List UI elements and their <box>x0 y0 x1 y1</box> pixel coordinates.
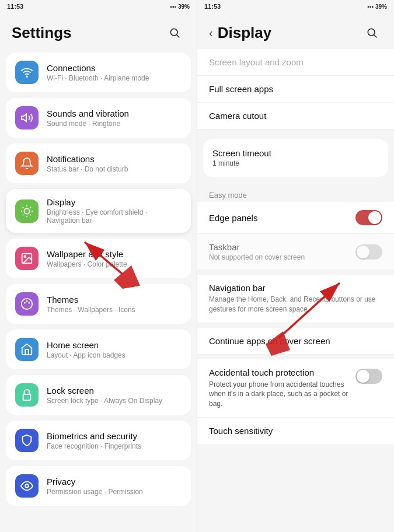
settings-title: Settings <box>12 24 72 42</box>
shield-icon <box>20 434 33 447</box>
svg-point-17 <box>26 300 28 302</box>
homescreen-card: Home screen Layout · App icon badges <box>6 330 191 369</box>
svg-line-12 <box>30 206 31 207</box>
notifications-text: Notifications Status bar · Do not distur… <box>47 154 182 173</box>
biometrics-text: Biometrics and security Face recognition… <box>47 431 182 450</box>
search-button[interactable] <box>164 22 185 43</box>
taskbar-subtitle: Not supported on cover screen <box>209 253 305 261</box>
accidental-touch-item[interactable]: Accidental touch protection Protect your… <box>197 359 394 418</box>
accidental-touch-title: Accidental touch protection <box>209 368 348 377</box>
wallpaper-icon <box>15 247 39 270</box>
connections-card: Connections Wi-Fi · Bluetooth · Airplane… <box>6 52 191 92</box>
svg-point-14 <box>24 256 26 257</box>
battery-right: 39% <box>375 4 387 10</box>
privacy-subtitle: Permission usage · Permission <box>47 488 182 496</box>
display-subtitle: Brightness · Eye comfort shield · Naviga… <box>47 208 182 225</box>
eye-icon <box>20 480 33 492</box>
notifications-subtitle: Status bar · Do not disturb <box>47 165 182 173</box>
touch-sensitivity-item[interactable]: Touch sensitivity <box>197 418 394 444</box>
fullscreen-apps-item[interactable]: Full screen apps <box>197 76 394 103</box>
wallpaper-item[interactable]: Wallpaper and style Wallpapers · Color p… <box>6 239 191 278</box>
homescreen-item[interactable]: Home screen Layout · App icon badges <box>6 330 191 369</box>
themes-text: Themes Themes · Wallpapers · Icons <box>47 295 182 314</box>
display-icon <box>15 200 39 223</box>
edge-panels-title: Edge panels <box>209 213 257 223</box>
sounds-subtitle: Sound mode · Ringtone <box>47 120 182 128</box>
wifi-icon <box>20 66 33 79</box>
accidental-touch-toggle[interactable] <box>355 369 382 384</box>
svg-line-11 <box>23 214 23 215</box>
navigation-bar-item[interactable]: Navigation bar Manage the Home, Back, an… <box>197 275 394 323</box>
svg-point-15 <box>22 299 32 309</box>
privacy-text: Privacy Permission usage · Permission <box>47 477 182 496</box>
sounds-icon <box>15 106 39 130</box>
connections-subtitle: Wi-Fi · Bluetooth · Airplane mode <box>47 74 182 82</box>
notifications-item[interactable]: Notifications Status bar · Do not distur… <box>6 144 191 183</box>
themes-item[interactable]: Themes Themes · Wallpapers · Icons <box>6 284 191 324</box>
svg-point-20 <box>25 484 29 488</box>
connections-item[interactable]: Connections Wi-Fi · Bluetooth · Airplane… <box>6 52 191 92</box>
edge-panels-item[interactable]: Edge panels <box>197 202 394 234</box>
wallpaper-title: Wallpaper and style <box>47 249 182 259</box>
privacy-item[interactable]: Privacy Permission usage · Permission <box>6 466 191 506</box>
status-bar-left: 11:53 ▪▪▪ 39% <box>0 0 197 13</box>
sounds-card: Sounds and vibration Sound mode · Ringto… <box>6 98 191 138</box>
display-title: Display <box>47 197 182 207</box>
connections-text: Connections Wi-Fi · Bluetooth · Airplane… <box>47 63 182 82</box>
bell-icon <box>20 157 33 170</box>
camera-cutout-item[interactable]: Camera cutout <box>197 103 394 130</box>
search-button-right[interactable] <box>361 22 382 43</box>
taskbar-toggle[interactable] <box>355 244 382 260</box>
display-text: Display Brightness · Eye comfort shield … <box>47 197 182 225</box>
sun-icon <box>20 205 33 218</box>
screen-timeout-title: Screen timeout <box>212 148 379 158</box>
themes-title: Themes <box>47 295 182 304</box>
settings-list: Connections Wi-Fi · Bluetooth · Airplane… <box>0 49 197 532</box>
svg-marker-3 <box>22 114 26 122</box>
connections-title: Connections <box>47 63 182 73</box>
homescreen-subtitle: Layout · App icon badges <box>47 351 182 359</box>
edge-panels-toggle[interactable] <box>355 210 382 225</box>
home-icon <box>20 343 33 356</box>
taskbar-title: Taskbar <box>209 242 305 252</box>
wallpaper-subtitle: Wallpapers · Color palette <box>47 260 182 268</box>
palette-icon <box>20 298 33 310</box>
lockscreen-item[interactable]: Lock screen Screen lock type · Always On… <box>6 375 191 415</box>
navigation-bar-title: Navigation bar <box>209 283 382 293</box>
homescreen-title: Home screen <box>47 340 182 350</box>
themes-subtitle: Themes · Wallpapers · Icons <box>47 306 182 314</box>
screen-layout-item[interactable]: Screen layout and zoom <box>197 49 394 76</box>
taskbar-knob <box>357 246 369 258</box>
taskbar-item[interactable]: Taskbar Not supported on cover screen <box>197 234 394 270</box>
continue-apps-item[interactable]: Continue apps on cover screen <box>197 328 394 355</box>
privacy-title: Privacy <box>47 477 182 487</box>
screen-timeout-item[interactable]: Screen timeout 1 minute <box>203 139 388 177</box>
svg-line-1 <box>177 35 180 38</box>
left-panel: 11:53 ▪▪▪ 39% Settings <box>0 0 197 532</box>
back-nav[interactable]: ‹ Display <box>209 24 271 42</box>
back-arrow-icon[interactable]: ‹ <box>209 26 213 40</box>
image-icon <box>20 252 33 265</box>
svg-line-8 <box>30 214 31 215</box>
privacy-icon <box>15 474 39 498</box>
accidental-touch-text: Accidental touch protection Protect your… <box>209 368 348 409</box>
svg-point-16 <box>24 302 26 304</box>
camera-cutout-title: Camera cutout <box>209 111 382 121</box>
time-right: 11:53 <box>204 3 221 10</box>
display-item[interactable]: Display Brightness · Eye comfort shield … <box>6 189 191 233</box>
connections-icon <box>15 61 39 84</box>
right-panel: 11:53 ▪▪▪ 39% ‹ Display Screen <box>197 0 394 532</box>
svg-line-24 <box>374 35 377 38</box>
search-icon <box>169 27 180 38</box>
svg-point-2 <box>26 76 27 77</box>
sounds-item[interactable]: Sounds and vibration Sound mode · Ringto… <box>6 98 191 138</box>
biometrics-title: Biometrics and security <box>47 431 182 441</box>
status-icons-right: ▪▪▪ 39% <box>367 4 387 10</box>
gap5 <box>197 355 394 359</box>
battery-left: 39% <box>178 4 190 10</box>
screen-layout-title: Screen layout and zoom <box>209 57 382 67</box>
sounds-title: Sounds and vibration <box>47 108 182 118</box>
taskbar-text: Taskbar Not supported on cover screen <box>209 242 305 261</box>
navigation-bar-desc: Manage the Home, Back, and Recents butto… <box>209 295 382 314</box>
biometrics-item[interactable]: Biometrics and security Face recognition… <box>6 421 191 460</box>
